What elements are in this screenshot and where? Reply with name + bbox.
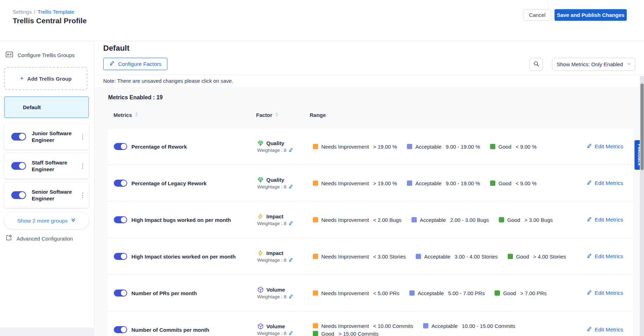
- column-header-metrics[interactable]: Metrics: [113, 112, 138, 118]
- range-item: Good> 3.00 Bugs: [499, 217, 553, 223]
- metric-name: Number of PRs per month: [131, 290, 248, 296]
- factor-name: Volume: [266, 287, 285, 293]
- edit-metrics-link[interactable]: Edit Metrics: [587, 180, 623, 186]
- table-row: Percentage of Rework Quality Weightage :…: [107, 128, 633, 165]
- table-column-headers: Metrics Factor Range: [94, 112, 644, 123]
- advanced-configuration-link[interactable]: Advanced Configuration: [6, 235, 73, 242]
- edit-weightage-icon[interactable]: [289, 257, 293, 263]
- double-chevron-down-icon: [71, 218, 76, 224]
- volume-cube-icon: [257, 323, 264, 330]
- range-cell: Needs Improvement< 10.00 Commits Accepta…: [313, 323, 577, 336]
- group-toggle[interactable]: [11, 162, 26, 170]
- edit-weightage-icon[interactable]: [289, 148, 293, 153]
- breadcrumb-settings[interactable]: Settings: [13, 9, 32, 15]
- range-item: Needs Improvement< 5.00 PRs: [313, 290, 400, 296]
- range-cell: Needs Improvement> 19.00 % Acceptable9.0…: [313, 143, 577, 149]
- toggle-knob: [121, 254, 126, 259]
- range-color-swatch: [411, 217, 417, 222]
- cancel-button[interactable]: Cancel: [524, 9, 551, 21]
- sidebar-item-default-group[interactable]: Default: [4, 97, 89, 118]
- range-color-swatch: [313, 180, 318, 186]
- range-item: Needs Improvement< 10.00 Commits: [313, 323, 413, 329]
- range-item: Good> 15.00 Commits: [313, 330, 379, 336]
- factor-cell: Impact Weightage : 8: [257, 250, 314, 263]
- configure-trellis-groups-label: Configure Trellis Groups: [18, 52, 75, 58]
- group-toggle[interactable]: [11, 191, 26, 199]
- quality-gem-icon: [257, 140, 264, 147]
- range-item: Acceptable9.00 - 19.00 %: [407, 180, 480, 186]
- kebab-menu-icon[interactable]: [81, 191, 85, 200]
- factor-name: Quality: [266, 177, 284, 183]
- range-color-swatch: [407, 144, 412, 149]
- edit-weightage-icon[interactable]: [289, 221, 293, 226]
- metric-toggle[interactable]: [114, 216, 127, 223]
- edit-metrics-link[interactable]: Edit Metrics: [587, 326, 623, 333]
- range-item: Needs Improvement> 19.00 %: [313, 180, 397, 186]
- toggle-knob: [121, 144, 126, 149]
- impact-bolt-icon: [257, 250, 264, 256]
- sidebar-item-senior-software-engineer[interactable]: Senior Software Engineer: [4, 182, 89, 208]
- edit-weightage-icon[interactable]: [289, 184, 293, 190]
- add-trellis-group-button[interactable]: + Add Trellis Group: [4, 67, 87, 90]
- weightage: Weightage : 8: [257, 184, 314, 190]
- configure-factors-button[interactable]: Configure Factors: [103, 58, 167, 70]
- edit-pencil-icon: [109, 61, 114, 67]
- factor-name: Impact: [266, 250, 283, 256]
- range-color-swatch: [313, 144, 318, 149]
- sort-icon: [135, 112, 138, 118]
- column-header-factor[interactable]: Factor: [256, 112, 278, 118]
- range-color-swatch: [508, 254, 513, 259]
- edit-pencil-icon: [587, 290, 592, 296]
- edit-weightage-icon[interactable]: [289, 294, 293, 300]
- save-and-publish-button[interactable]: Save and Publish Changes: [555, 9, 627, 21]
- metric-toggle[interactable]: [114, 180, 127, 187]
- search-button[interactable]: [530, 58, 543, 71]
- kebab-menu-icon[interactable]: [81, 132, 85, 141]
- kebab-menu-icon[interactable]: [81, 161, 85, 170]
- sidebar-item-staff-software-engineer[interactable]: Staff Software Engineer: [4, 153, 89, 179]
- top-header: Settings/Trellis Template Trellis Centra…: [0, 0, 644, 41]
- range-cell: Needs Improvement< 2.00 Bugs Acceptable2…: [313, 217, 577, 223]
- range-color-swatch: [423, 323, 428, 328]
- range-item: Good< 9.00 %: [490, 180, 537, 186]
- edit-metrics-link[interactable]: Edit Metrics: [587, 290, 623, 296]
- range-color-swatch: [407, 180, 412, 186]
- sort-icon: [275, 112, 278, 118]
- edit-pencil-icon: [587, 143, 592, 150]
- range-item: Acceptable10.00 - 15.00 Commits: [423, 323, 515, 329]
- edit-metrics-link[interactable]: Edit Metrics: [587, 253, 623, 260]
- show-metrics-dropdown[interactable]: Show Metrics: Only Enabled: [552, 58, 635, 71]
- factor-name: Impact: [266, 213, 283, 219]
- range-color-swatch: [490, 144, 495, 149]
- toggle-knob: [19, 133, 25, 140]
- trellis-central-profile-page: Settings/Trellis Template Trellis Centra…: [0, 0, 644, 336]
- edit-metrics-link[interactable]: Edit Metrics: [587, 143, 623, 150]
- range-item: Acceptable3.00 - 4.00 Stories: [416, 253, 498, 259]
- metric-toggle[interactable]: [114, 143, 127, 150]
- range-color-swatch: [416, 254, 421, 259]
- table-row: High Impact stories worked on per month …: [107, 238, 633, 275]
- metric-toggle[interactable]: [114, 253, 127, 260]
- metrics-table-section: Metrics Enabled : 19 Metrics Factor Rang…: [94, 87, 644, 336]
- metric-toggle[interactable]: [114, 290, 127, 297]
- range-item: Good> 7.00 PRs: [495, 290, 546, 296]
- range-color-swatch: [490, 180, 495, 186]
- scrollbar-thumb[interactable]: [640, 83, 644, 170]
- range-color-swatch: [313, 290, 318, 295]
- contact-card-icon: [6, 51, 13, 59]
- search-icon: [533, 61, 539, 68]
- metrics-table-body: Percentage of Rework Quality Weightage :…: [107, 128, 633, 336]
- metric-name: Percentage of Rework: [131, 143, 248, 149]
- show-more-groups-button[interactable]: Show 2 more groups: [4, 212, 89, 229]
- metric-toggle[interactable]: [114, 326, 127, 333]
- plus-icon: +: [20, 75, 24, 82]
- sidebar-item-junior-software-engineer[interactable]: Junior Software Engineer: [4, 124, 89, 149]
- group-toggle[interactable]: [11, 133, 26, 141]
- edit-weightage-icon[interactable]: [289, 331, 293, 336]
- breadcrumb-trellis-template[interactable]: Trellis Template: [37, 9, 74, 15]
- edit-metrics-link[interactable]: Edit Metrics: [587, 216, 623, 223]
- weightage: Weightage : 8: [257, 331, 314, 336]
- quality-gem-icon: [257, 176, 264, 183]
- weightage: Weightage : 8: [257, 257, 314, 263]
- factor-cell: Volume Weightage : 8: [257, 323, 314, 336]
